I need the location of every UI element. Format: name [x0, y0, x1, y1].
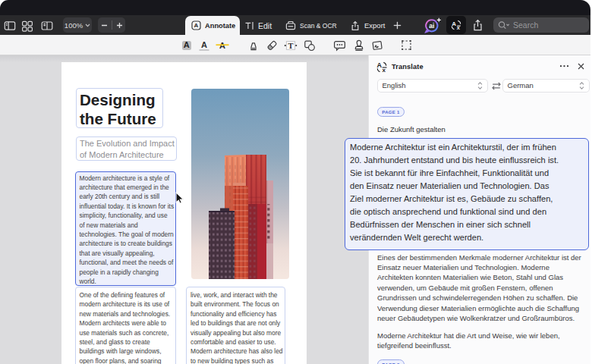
svg-text:A: A: [194, 22, 199, 29]
svg-text:T: T: [288, 41, 293, 49]
svg-text:A: A: [452, 20, 456, 27]
svg-text:A: A: [201, 40, 207, 49]
svg-text:ai: ai: [429, 22, 434, 30]
svg-text:A: A: [376, 61, 382, 69]
